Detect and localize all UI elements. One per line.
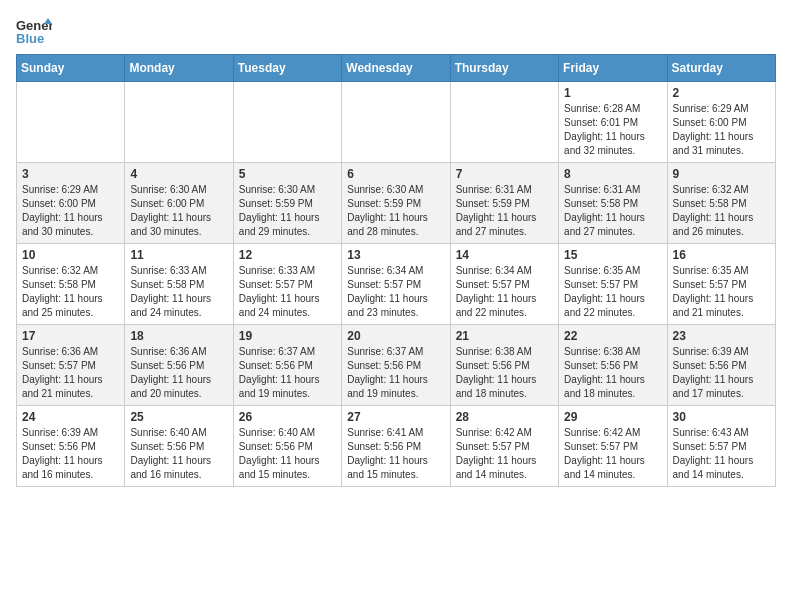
calendar-day-cell: 3Sunrise: 6:29 AMSunset: 6:00 PMDaylight… — [17, 163, 125, 244]
calendar-day-cell: 30Sunrise: 6:43 AMSunset: 5:57 PMDayligh… — [667, 406, 775, 487]
day-info: Sunrise: 6:41 AMSunset: 5:56 PMDaylight:… — [347, 426, 444, 482]
calendar-day-cell: 1Sunrise: 6:28 AMSunset: 6:01 PMDaylight… — [559, 82, 667, 163]
calendar-day-cell — [125, 82, 233, 163]
day-number: 17 — [22, 329, 119, 343]
weekday-label: Saturday — [667, 55, 775, 82]
day-info: Sunrise: 6:30 AMSunset: 5:59 PMDaylight:… — [239, 183, 336, 239]
day-number: 7 — [456, 167, 553, 181]
day-info: Sunrise: 6:37 AMSunset: 5:56 PMDaylight:… — [347, 345, 444, 401]
calendar-week-row: 3Sunrise: 6:29 AMSunset: 6:00 PMDaylight… — [17, 163, 776, 244]
calendar-day-cell: 21Sunrise: 6:38 AMSunset: 5:56 PMDayligh… — [450, 325, 558, 406]
calendar-day-cell: 9Sunrise: 6:32 AMSunset: 5:58 PMDaylight… — [667, 163, 775, 244]
day-info: Sunrise: 6:38 AMSunset: 5:56 PMDaylight:… — [456, 345, 553, 401]
day-info: Sunrise: 6:31 AMSunset: 5:59 PMDaylight:… — [456, 183, 553, 239]
weekday-label: Wednesday — [342, 55, 450, 82]
weekday-label: Monday — [125, 55, 233, 82]
calendar-day-cell: 24Sunrise: 6:39 AMSunset: 5:56 PMDayligh… — [17, 406, 125, 487]
calendar-day-cell — [450, 82, 558, 163]
day-number: 23 — [673, 329, 770, 343]
page-header: General Blue — [16, 16, 776, 46]
day-info: Sunrise: 6:28 AMSunset: 6:01 PMDaylight:… — [564, 102, 661, 158]
calendar-day-cell: 29Sunrise: 6:42 AMSunset: 5:57 PMDayligh… — [559, 406, 667, 487]
day-info: Sunrise: 6:29 AMSunset: 6:00 PMDaylight:… — [673, 102, 770, 158]
calendar-day-cell: 25Sunrise: 6:40 AMSunset: 5:56 PMDayligh… — [125, 406, 233, 487]
day-number: 19 — [239, 329, 336, 343]
calendar-week-row: 10Sunrise: 6:32 AMSunset: 5:58 PMDayligh… — [17, 244, 776, 325]
calendar-day-cell: 22Sunrise: 6:38 AMSunset: 5:56 PMDayligh… — [559, 325, 667, 406]
calendar-day-cell: 15Sunrise: 6:35 AMSunset: 5:57 PMDayligh… — [559, 244, 667, 325]
day-info: Sunrise: 6:42 AMSunset: 5:57 PMDaylight:… — [456, 426, 553, 482]
day-number: 22 — [564, 329, 661, 343]
weekday-label: Friday — [559, 55, 667, 82]
day-number: 24 — [22, 410, 119, 424]
calendar-day-cell: 10Sunrise: 6:32 AMSunset: 5:58 PMDayligh… — [17, 244, 125, 325]
day-number: 1 — [564, 86, 661, 100]
day-number: 8 — [564, 167, 661, 181]
day-info: Sunrise: 6:39 AMSunset: 5:56 PMDaylight:… — [673, 345, 770, 401]
day-info: Sunrise: 6:34 AMSunset: 5:57 PMDaylight:… — [456, 264, 553, 320]
calendar-day-cell: 4Sunrise: 6:30 AMSunset: 6:00 PMDaylight… — [125, 163, 233, 244]
day-number: 11 — [130, 248, 227, 262]
calendar-day-cell: 11Sunrise: 6:33 AMSunset: 5:58 PMDayligh… — [125, 244, 233, 325]
day-number: 12 — [239, 248, 336, 262]
day-number: 27 — [347, 410, 444, 424]
calendar-day-cell: 13Sunrise: 6:34 AMSunset: 5:57 PMDayligh… — [342, 244, 450, 325]
day-info: Sunrise: 6:32 AMSunset: 5:58 PMDaylight:… — [673, 183, 770, 239]
day-info: Sunrise: 6:40 AMSunset: 5:56 PMDaylight:… — [239, 426, 336, 482]
day-number: 6 — [347, 167, 444, 181]
calendar-day-cell: 6Sunrise: 6:30 AMSunset: 5:59 PMDaylight… — [342, 163, 450, 244]
day-info: Sunrise: 6:34 AMSunset: 5:57 PMDaylight:… — [347, 264, 444, 320]
day-number: 20 — [347, 329, 444, 343]
calendar-day-cell: 14Sunrise: 6:34 AMSunset: 5:57 PMDayligh… — [450, 244, 558, 325]
day-info: Sunrise: 6:35 AMSunset: 5:57 PMDaylight:… — [673, 264, 770, 320]
logo-icon: General Blue — [16, 16, 52, 46]
calendar-day-cell: 27Sunrise: 6:41 AMSunset: 5:56 PMDayligh… — [342, 406, 450, 487]
day-number: 3 — [22, 167, 119, 181]
calendar-day-cell: 19Sunrise: 6:37 AMSunset: 5:56 PMDayligh… — [233, 325, 341, 406]
day-number: 18 — [130, 329, 227, 343]
calendar-day-cell: 28Sunrise: 6:42 AMSunset: 5:57 PMDayligh… — [450, 406, 558, 487]
day-info: Sunrise: 6:30 AMSunset: 5:59 PMDaylight:… — [347, 183, 444, 239]
day-number: 4 — [130, 167, 227, 181]
day-info: Sunrise: 6:29 AMSunset: 6:00 PMDaylight:… — [22, 183, 119, 239]
calendar-week-row: 1Sunrise: 6:28 AMSunset: 6:01 PMDaylight… — [17, 82, 776, 163]
calendar-day-cell: 20Sunrise: 6:37 AMSunset: 5:56 PMDayligh… — [342, 325, 450, 406]
day-number: 16 — [673, 248, 770, 262]
day-number: 14 — [456, 248, 553, 262]
day-number: 9 — [673, 167, 770, 181]
day-number: 5 — [239, 167, 336, 181]
calendar-table: SundayMondayTuesdayWednesdayThursdayFrid… — [16, 54, 776, 487]
calendar-body: 1Sunrise: 6:28 AMSunset: 6:01 PMDaylight… — [17, 82, 776, 487]
calendar-day-cell: 23Sunrise: 6:39 AMSunset: 5:56 PMDayligh… — [667, 325, 775, 406]
calendar-day-cell: 17Sunrise: 6:36 AMSunset: 5:57 PMDayligh… — [17, 325, 125, 406]
day-info: Sunrise: 6:36 AMSunset: 5:57 PMDaylight:… — [22, 345, 119, 401]
calendar-day-cell — [233, 82, 341, 163]
day-info: Sunrise: 6:40 AMSunset: 5:56 PMDaylight:… — [130, 426, 227, 482]
calendar-week-row: 24Sunrise: 6:39 AMSunset: 5:56 PMDayligh… — [17, 406, 776, 487]
day-number: 13 — [347, 248, 444, 262]
day-info: Sunrise: 6:38 AMSunset: 5:56 PMDaylight:… — [564, 345, 661, 401]
day-number: 21 — [456, 329, 553, 343]
day-info: Sunrise: 6:36 AMSunset: 5:56 PMDaylight:… — [130, 345, 227, 401]
calendar-day-cell: 16Sunrise: 6:35 AMSunset: 5:57 PMDayligh… — [667, 244, 775, 325]
calendar-day-cell: 18Sunrise: 6:36 AMSunset: 5:56 PMDayligh… — [125, 325, 233, 406]
calendar-day-cell: 26Sunrise: 6:40 AMSunset: 5:56 PMDayligh… — [233, 406, 341, 487]
day-info: Sunrise: 6:33 AMSunset: 5:57 PMDaylight:… — [239, 264, 336, 320]
day-info: Sunrise: 6:39 AMSunset: 5:56 PMDaylight:… — [22, 426, 119, 482]
day-number: 10 — [22, 248, 119, 262]
weekday-header-row: SundayMondayTuesdayWednesdayThursdayFrid… — [17, 55, 776, 82]
calendar-day-cell — [17, 82, 125, 163]
day-info: Sunrise: 6:31 AMSunset: 5:58 PMDaylight:… — [564, 183, 661, 239]
weekday-label: Sunday — [17, 55, 125, 82]
day-info: Sunrise: 6:32 AMSunset: 5:58 PMDaylight:… — [22, 264, 119, 320]
calendar-day-cell: 12Sunrise: 6:33 AMSunset: 5:57 PMDayligh… — [233, 244, 341, 325]
day-info: Sunrise: 6:33 AMSunset: 5:58 PMDaylight:… — [130, 264, 227, 320]
calendar-day-cell: 5Sunrise: 6:30 AMSunset: 5:59 PMDaylight… — [233, 163, 341, 244]
logo: General Blue — [16, 16, 52, 46]
weekday-label: Thursday — [450, 55, 558, 82]
calendar-day-cell: 2Sunrise: 6:29 AMSunset: 6:00 PMDaylight… — [667, 82, 775, 163]
calendar-day-cell: 8Sunrise: 6:31 AMSunset: 5:58 PMDaylight… — [559, 163, 667, 244]
calendar-day-cell: 7Sunrise: 6:31 AMSunset: 5:59 PMDaylight… — [450, 163, 558, 244]
day-number: 26 — [239, 410, 336, 424]
day-number: 28 — [456, 410, 553, 424]
